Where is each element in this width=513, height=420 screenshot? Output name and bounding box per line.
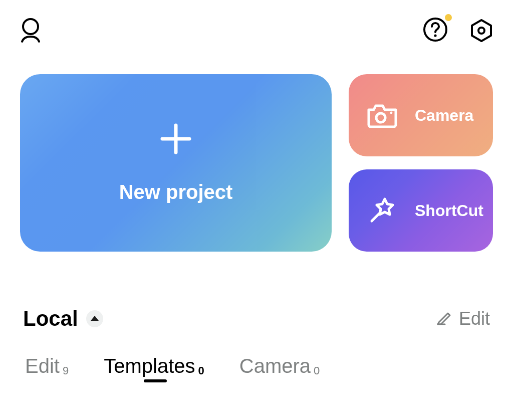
local-collapse-toggle[interactable] [86, 310, 103, 327]
tab-edit[interactable]: Edit 9 [25, 355, 69, 377]
plus-icon [159, 122, 192, 161]
edit-button[interactable]: Edit [436, 308, 490, 330]
new-project-label: New project [119, 181, 233, 203]
new-project-button[interactable]: New project [20, 74, 332, 252]
main-cards: New project Camera ShortCut [0, 50, 513, 252]
edit-label: Edit [459, 308, 490, 329]
camera-button[interactable]: Camera [349, 74, 493, 156]
tab-camera[interactable]: Camera 0 [239, 355, 320, 377]
svg-marker-3 [472, 20, 491, 41]
svg-point-8 [390, 112, 393, 114]
svg-point-0 [23, 19, 38, 34]
camera-icon [367, 100, 398, 131]
profile-icon[interactable] [19, 18, 42, 44]
shortcut-label: ShortCut [415, 201, 483, 220]
svg-point-7 [376, 113, 385, 122]
help-icon[interactable] [423, 17, 448, 42]
tab-templates[interactable]: Templates 0 [104, 355, 204, 377]
magic-wand-icon [367, 195, 398, 226]
local-title: Local [23, 307, 78, 331]
notification-dot [445, 14, 452, 21]
shortcut-button[interactable]: ShortCut [349, 169, 493, 252]
svg-point-1 [424, 19, 446, 41]
svg-point-2 [434, 34, 436, 37]
pencil-icon [436, 308, 453, 330]
local-section: Local Edit Edit 9 Templates 0 Camera [0, 252, 513, 377]
svg-point-4 [478, 28, 484, 34]
chevron-up-icon [91, 316, 99, 321]
app-header [0, 0, 513, 50]
local-tabs: Edit 9 Templates 0 Camera 0 [23, 331, 490, 377]
settings-gear-icon[interactable] [469, 18, 494, 43]
svg-line-9 [372, 213, 380, 221]
camera-label: Camera [415, 106, 473, 125]
